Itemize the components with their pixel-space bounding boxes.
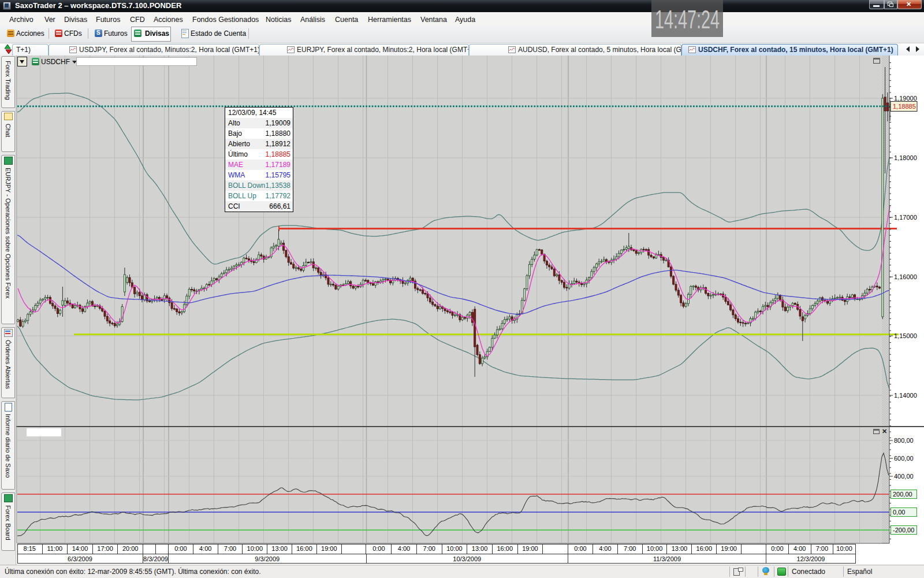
svg-text:1,16000: 1,16000 — [894, 273, 917, 280]
svg-text:1,19000: 1,19000 — [894, 95, 917, 102]
svg-text:1,17000: 1,17000 — [894, 214, 917, 221]
svg-text:800,00: 800,00 — [894, 437, 914, 444]
svg-text:14:47:24: 14:47:24 — [655, 5, 720, 34]
svg-text:0,00: 0,00 — [893, 509, 905, 516]
svg-text:400,00: 400,00 — [894, 473, 914, 480]
svg-text:1,18885: 1,18885 — [893, 103, 916, 110]
svg-text:1,18000: 1,18000 — [894, 154, 917, 161]
svg-text:600,00: 600,00 — [894, 455, 914, 462]
svg-text:1,14000: 1,14000 — [894, 392, 917, 399]
svg-text:200,00: 200,00 — [893, 491, 912, 498]
svg-text:-200,00: -200,00 — [893, 527, 914, 533]
svg-text:1,15000: 1,15000 — [894, 332, 917, 339]
